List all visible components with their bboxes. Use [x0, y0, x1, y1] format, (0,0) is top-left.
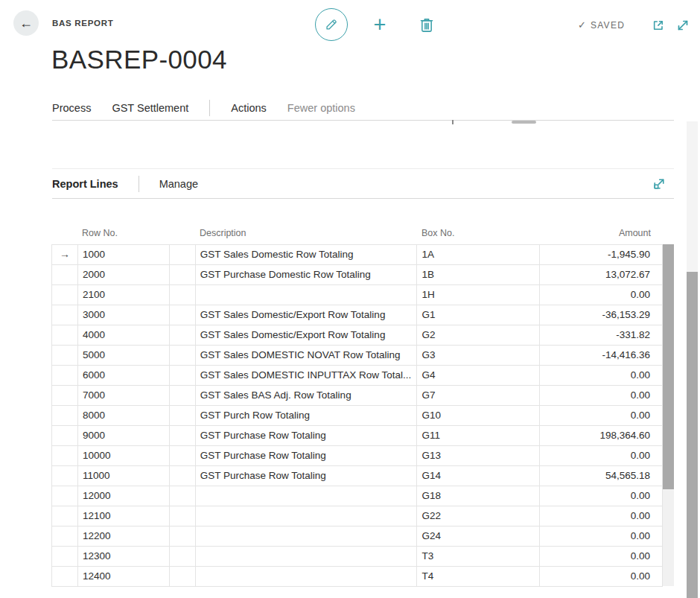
table-row[interactable]: 4000GST Sales Domestic/Export Row Totali… — [52, 325, 663, 346]
row-selector-cell[interactable] — [52, 446, 78, 465]
table-row[interactable]: 5000GST Sales DOMESTIC NOVAT Row Totalin… — [52, 346, 663, 366]
cell-box-no[interactable]: G24 — [417, 527, 540, 546]
row-selector-cell[interactable] — [52, 466, 78, 486]
cell-description[interactable]: GST Sales Domestic/Export Row Totaling — [196, 305, 418, 325]
cell-amount[interactable]: 0.00 — [540, 486, 663, 506]
cell-description[interactable]: GST Sales DOMESTIC INPUTTAX Row Total... — [196, 366, 418, 385]
cell-box-no[interactable]: G22 — [417, 506, 540, 526]
cell-row-no[interactable]: 4000 — [78, 325, 170, 345]
row-selector-cell[interactable] — [52, 406, 78, 425]
cell-description[interactable] — [196, 486, 418, 506]
cell-amount[interactable]: 13,072.67 — [540, 265, 663, 284]
cell-description[interactable] — [196, 285, 418, 305]
cell-description[interactable] — [196, 506, 418, 526]
row-selector-cell[interactable] — [52, 325, 78, 345]
cell-box-no[interactable]: G7 — [417, 386, 540, 405]
row-selector-cell[interactable] — [52, 547, 78, 566]
cell-row-no[interactable]: 9000 — [78, 426, 170, 445]
expand-button[interactable] — [675, 16, 693, 34]
cell-row-no[interactable]: 5000 — [78, 346, 170, 365]
table-row[interactable]: 12400T40.00 — [52, 567, 663, 587]
row-selector-cell[interactable] — [52, 567, 78, 586]
row-selector-cell[interactable] — [52, 265, 78, 284]
table-row[interactable]: 7000GST Sales BAS Adj. Row TotalingG70.0… — [52, 386, 663, 406]
row-selector-cell[interactable] — [52, 527, 78, 546]
table-row[interactable]: 12000G180.00 — [52, 486, 663, 506]
table-row[interactable]: 8000GST Purch Row TotalingG100.00 — [52, 406, 663, 426]
cell-amount[interactable]: 198,364.60 — [540, 426, 663, 445]
new-button[interactable]: + — [368, 11, 392, 38]
menu-actions[interactable]: Actions — [231, 102, 267, 114]
cell-box-no[interactable]: G1 — [417, 305, 540, 325]
row-selector-cell[interactable] — [52, 426, 78, 445]
table-row[interactable]: →1000GST Sales Domestic Row Totaling1A-1… — [52, 245, 663, 265]
cell-description[interactable] — [196, 567, 418, 586]
cell-row-no[interactable]: 12200 — [78, 527, 170, 546]
page-scrollbar-thumb[interactable] — [687, 272, 698, 598]
edit-button[interactable] — [315, 8, 348, 41]
cell-row-no[interactable]: 11000 — [78, 466, 170, 486]
row-selector-cell[interactable] — [52, 366, 78, 385]
table-row[interactable]: 12200G240.00 — [52, 527, 663, 547]
cell-box-no[interactable]: G11 — [417, 426, 540, 445]
delete-button[interactable] — [417, 15, 438, 36]
row-selector-cell[interactable] — [52, 486, 78, 506]
cell-amount[interactable]: 0.00 — [540, 547, 663, 566]
cell-row-no[interactable]: 7000 — [78, 386, 170, 405]
column-header-row-no[interactable]: Row No. — [77, 228, 169, 238]
cell-row-no[interactable]: 3000 — [78, 305, 170, 325]
menu-gst-settlement[interactable]: GST Settlement — [112, 102, 188, 114]
cell-box-no[interactable]: 1B — [417, 265, 540, 284]
column-header-description[interactable]: Description — [195, 228, 417, 238]
table-scrollbar[interactable] — [663, 244, 674, 586]
manage-menu[interactable]: Manage — [159, 178, 198, 190]
row-selector-cell[interactable] — [52, 285, 78, 305]
cell-box-no[interactable]: T4 — [417, 567, 540, 586]
cell-amount[interactable]: -1,945.90 — [540, 245, 663, 264]
cell-amount[interactable]: 0.00 — [540, 567, 663, 586]
cell-amount[interactable]: -36,153.29 — [540, 305, 663, 325]
menu-fewer-options[interactable]: Fewer options — [287, 102, 355, 114]
cell-row-no[interactable]: 12000 — [78, 486, 170, 506]
table-row[interactable]: 12300T30.00 — [52, 547, 663, 567]
table-row[interactable]: 10000GST Purchase Row TotalingG130.00 — [52, 446, 663, 466]
row-selector-cell[interactable] — [52, 346, 78, 365]
cell-row-no[interactable]: 12300 — [78, 547, 170, 566]
cell-description[interactable] — [196, 547, 418, 566]
menu-process[interactable]: Process — [52, 102, 91, 114]
cell-description[interactable]: GST Sales DOMESTIC NOVAT Row Totaling — [196, 346, 418, 365]
cell-box-no[interactable]: 1H — [417, 285, 540, 305]
cell-row-no[interactable]: 12400 — [78, 567, 170, 586]
cell-amount[interactable]: 0.00 — [540, 527, 663, 546]
table-scrollbar-thumb[interactable] — [663, 244, 674, 489]
cell-box-no[interactable]: G13 — [417, 446, 540, 465]
row-selector-cell[interactable] — [52, 506, 78, 526]
page-scrollbar[interactable] — [687, 121, 698, 598]
cell-amount[interactable]: 0.00 — [540, 386, 663, 405]
back-button[interactable]: ← — [13, 10, 39, 36]
cell-box-no[interactable]: G14 — [417, 466, 540, 486]
cell-box-no[interactable]: T3 — [417, 547, 540, 566]
table-row[interactable]: 9000GST Purchase Row TotalingG11198,364.… — [52, 426, 663, 446]
open-in-window-button[interactable] — [651, 17, 667, 34]
row-selector-cell[interactable] — [52, 305, 78, 325]
cell-amount[interactable]: -14,416.36 — [540, 346, 663, 365]
cell-box-no[interactable]: G2 — [417, 325, 540, 345]
row-selector-cell[interactable] — [52, 386, 78, 405]
table-row[interactable]: 2000GST Purchase Domestic Row Totaling1B… — [52, 265, 663, 285]
cell-description[interactable]: GST Sales Domestic Row Totaling — [196, 245, 418, 264]
cell-amount[interactable]: 0.00 — [540, 285, 663, 305]
cell-row-no[interactable]: 10000 — [78, 446, 170, 465]
open-lines-page-button[interactable] — [652, 176, 668, 192]
column-header-box-no[interactable]: Box No. — [417, 228, 540, 238]
table-row[interactable]: 21001H0.00 — [52, 285, 663, 305]
cell-description[interactable]: GST Purchase Domestic Row Totaling — [196, 265, 418, 284]
cell-amount[interactable]: 0.00 — [540, 506, 663, 526]
cell-amount[interactable]: 54,565.18 — [540, 466, 663, 486]
cell-description[interactable]: GST Purchase Row Totaling — [196, 466, 418, 486]
cell-row-no[interactable]: 2100 — [78, 285, 170, 305]
cell-description[interactable] — [196, 527, 418, 546]
table-row[interactable]: 3000GST Sales Domestic/Export Row Totali… — [52, 305, 663, 325]
cell-amount[interactable]: 0.00 — [540, 446, 663, 465]
cell-amount[interactable]: 0.00 — [540, 406, 663, 425]
